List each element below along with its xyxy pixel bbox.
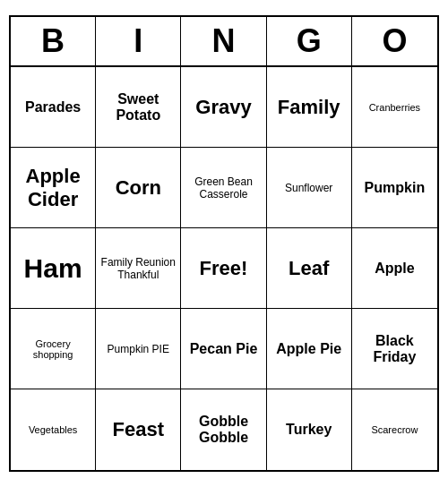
bingo-header: BINGO	[11, 17, 437, 67]
bingo-cell-text: Green Bean Casserole	[185, 175, 262, 201]
bingo-cell-text: Gobble Gobble	[185, 414, 262, 446]
bingo-cell-text: Ham	[24, 253, 82, 284]
bingo-cell: Sweet Potato	[96, 67, 181, 148]
bingo-cell: Parades	[11, 67, 96, 148]
bingo-cell: Apple Cider	[11, 148, 96, 228]
bingo-cell: Sunflower	[267, 148, 352, 228]
bingo-cell-text: Leaf	[289, 257, 329, 280]
bingo-cell-text: Family	[278, 96, 340, 119]
bingo-cell: Grocery shopping	[11, 309, 96, 389]
bingo-cell-text: Apple Pie	[276, 341, 341, 357]
bingo-cell: Gravy	[181, 67, 266, 148]
bingo-cell: Family Reunion Thankful	[96, 228, 181, 309]
bingo-cell-text: Parades	[25, 99, 81, 115]
bingo-cell: Corn	[96, 148, 181, 228]
bingo-cell: Apple	[352, 228, 437, 309]
bingo-cell-text: Black Friday	[356, 333, 434, 365]
bingo-cell: Feast	[96, 389, 181, 470]
bingo-cell-text: Turkey	[286, 422, 332, 438]
bingo-header-letter: G	[267, 17, 352, 65]
bingo-cell: Apple Pie	[267, 309, 352, 389]
bingo-cell-text: Sweet Potato	[99, 91, 177, 124]
bingo-cell-text: Family Reunion Thankful	[99, 256, 177, 281]
bingo-cell: Cranberries	[352, 67, 437, 148]
bingo-cell: Ham	[11, 228, 96, 309]
bingo-cell-text: Sunflower	[285, 182, 332, 194]
bingo-cell-text: Feast	[113, 418, 164, 441]
bingo-cell-text: Corn	[116, 176, 161, 200]
bingo-cell: Turkey	[267, 389, 352, 470]
bingo-cell-text: Free!	[200, 257, 248, 280]
bingo-cell-text: Apple	[375, 261, 414, 277]
bingo-grid: ParadesSweet PotatoGravyFamilyCranberrie…	[11, 67, 437, 470]
bingo-cell: Pumpkin	[352, 148, 437, 228]
bingo-cell-text: Gravy	[195, 96, 251, 119]
bingo-card: BINGO ParadesSweet PotatoGravyFamilyCran…	[9, 15, 439, 472]
bingo-cell-text: Pumpkin	[365, 180, 426, 196]
bingo-header-letter: I	[96, 17, 181, 65]
bingo-cell-text: Apple Cider	[14, 165, 91, 211]
bingo-cell: Pumpkin PIE	[96, 309, 181, 389]
bingo-cell: Leaf	[267, 228, 352, 309]
bingo-cell-text: Pecan Pie	[190, 341, 258, 357]
bingo-header-letter: O	[352, 17, 437, 65]
bingo-cell-text: Cranberries	[369, 102, 420, 113]
bingo-cell: Gobble Gobble	[181, 389, 266, 470]
bingo-cell-text: Vegetables	[29, 424, 77, 435]
bingo-cell: Green Bean Casserole	[181, 148, 266, 228]
bingo-cell-text: Pumpkin PIE	[108, 343, 169, 355]
bingo-cell: Scarecrow	[352, 389, 437, 470]
bingo-cell-text: Scarecrow	[371, 424, 418, 435]
bingo-cell: Vegetables	[11, 389, 96, 470]
bingo-cell: Black Friday	[352, 309, 437, 389]
bingo-cell: Family	[267, 67, 352, 148]
bingo-cell: Free!	[181, 228, 266, 309]
bingo-header-letter: B	[11, 17, 96, 65]
bingo-cell: Pecan Pie	[181, 309, 266, 389]
bingo-header-letter: N	[181, 17, 266, 65]
bingo-cell-text: Grocery shopping	[14, 338, 91, 360]
